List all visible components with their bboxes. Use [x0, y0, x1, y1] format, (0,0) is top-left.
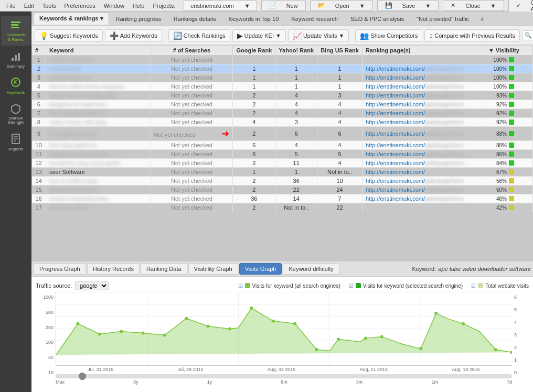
- add-icon: ➕: [110, 31, 119, 40]
- compare-prev-button[interactable]: ↕ Compare with Previous Results: [424, 29, 519, 42]
- header-bing-rank[interactable]: Bing US Rank: [317, 46, 363, 56]
- tab-visits-graph[interactable]: Visits Graph: [239, 263, 282, 275]
- x-label-aug04: Aug, 04 2015: [268, 367, 296, 372]
- header-ranking-pages[interactable]: Ranking page(s): [362, 46, 485, 56]
- traffic-source: Traffic source: google: [36, 281, 109, 290]
- tab-progress-graph[interactable]: Progress Graph: [34, 263, 86, 275]
- cell-bing-rank: 1: [317, 64, 363, 73]
- legend-dot-2: [356, 283, 361, 288]
- save-button[interactable]: 💾 Save ▼: [377, 0, 439, 11]
- header-visibility[interactable]: ▼ Visibility: [485, 46, 532, 56]
- svg-point-32: [250, 307, 253, 310]
- table-row[interactable]: 8make money with blogNot yet checked434h…: [32, 118, 533, 127]
- tab-keywords-rankings[interactable]: Keywords & rankings ▾: [34, 13, 109, 25]
- y-label-250: 250: [46, 325, 54, 330]
- svg-point-27: [141, 331, 144, 334]
- tab-history-records[interactable]: History Records: [87, 263, 140, 275]
- tab-keyword-difficulty[interactable]: Keyword difficulty: [283, 263, 339, 275]
- show-competitors-button[interactable]: 👥 Show Competitors: [355, 29, 422, 42]
- tab-ranking-data[interactable]: Ranking Data: [141, 263, 187, 275]
- table-row[interactable]: 3enstinemuki.comNot yet checked111http:/…: [32, 73, 533, 82]
- cell-keyword: make money blogging tips: [46, 91, 151, 100]
- open-button[interactable]: 📂 Open ▼: [310, 0, 373, 11]
- tab-visibility-graph[interactable]: Visibility Graph: [188, 263, 238, 275]
- tab-keywords-top10[interactable]: Keywords in Top 10: [222, 13, 284, 25]
- table-row[interactable]: 2enstinemukiNot yet checked111http://ens…: [32, 64, 533, 73]
- table-row[interactable]: 11blogging income reportNot yet checked6…: [32, 150, 533, 159]
- svg-point-29: [185, 317, 188, 320]
- range-track[interactable]: [56, 374, 512, 378]
- cell-google-rank: 2: [233, 177, 275, 186]
- table-row[interactable]: 16content marketing blogNot yet checked3…: [32, 194, 533, 203]
- tab-rankings-details[interactable]: Rankings details: [168, 13, 222, 25]
- table-row[interactable]: 15blogging strategiesNot yet checked2222…: [32, 186, 533, 194]
- tab-not-provided[interactable]: "Not provided" traffic: [411, 13, 475, 25]
- cell-bing-rank: 4: [317, 141, 363, 150]
- yr-5: 5: [514, 307, 529, 312]
- range-thumb[interactable]: [79, 373, 86, 380]
- menu-window[interactable]: Window: [100, 2, 129, 10]
- svg-point-37: [364, 336, 367, 340]
- legend-total-visits: ☑ Total website visits: [471, 283, 529, 289]
- header-google-rank[interactable]: Google Rank: [233, 46, 275, 56]
- svg-rect-3: [12, 58, 14, 61]
- cell-keyword: ape tube video: [46, 203, 151, 212]
- update-kei-button[interactable]: ▶ Update KEI ▼: [232, 29, 286, 42]
- table-row[interactable]: 14how to build a blogNot yet checked2361…: [32, 177, 533, 186]
- cell-visibility: 42%: [485, 203, 532, 212]
- yr-4: 4: [514, 320, 529, 325]
- sidebar-item-keywords-ranks[interactable]: Keywords& Ranks: [1, 16, 30, 46]
- cell-google-rank: 2: [233, 91, 275, 100]
- menu-tools[interactable]: Tools: [38, 2, 60, 10]
- svg-point-30: [207, 325, 210, 328]
- table-row[interactable]: 7best blogging platformNot yet checked24…: [32, 109, 533, 118]
- update-visits-button[interactable]: 📈 Update Visits ▼: [288, 29, 349, 42]
- table-row[interactable]: 10free blog platformsNot yet checked644h…: [32, 141, 533, 150]
- cell-yahoo-rank: 6: [275, 127, 317, 141]
- tab-seo-ppc[interactable]: SEO & PPC analysis: [345, 13, 410, 25]
- close-button[interactable]: ✕ Close ▼: [443, 0, 504, 11]
- table-row[interactable]: 9w blogging tutorialNot yet checked➜266h…: [32, 127, 533, 141]
- save-icon: 💾: [381, 1, 397, 10]
- header-searches[interactable]: # of Searches: [151, 46, 233, 56]
- table-row[interactable]: 6blogging for beginnersNot yet checked24…: [32, 100, 533, 109]
- cell-num: 10: [32, 141, 46, 150]
- cell-num: 5: [32, 91, 46, 100]
- menu-file[interactable]: File: [2, 2, 20, 10]
- cell-yahoo-rank: 4: [275, 141, 317, 150]
- sidebar-item-summary[interactable]: Summary: [1, 47, 30, 72]
- table-row[interactable]: 5make money blogging tipsNot yet checked…: [32, 91, 533, 100]
- table-row[interactable]: 17ape tube videoNot yet checked2Not in t…: [32, 203, 533, 212]
- legend-label-3: Total website visits: [485, 283, 529, 289]
- table-row[interactable]: 13user SoftwareNot yet checked11Not in t…: [32, 168, 533, 177]
- header-keyword[interactable]: Keyword: [46, 46, 151, 56]
- chart-svg-container[interactable]: Jul, 21 2015 Jul, 28 2015 Aug, 04 2015 A…: [56, 292, 512, 388]
- y-label-10: 10: [48, 370, 54, 375]
- tab-add-button[interactable]: +: [476, 14, 488, 24]
- svg-point-33: [272, 320, 275, 323]
- tab-keyword-research[interactable]: Keyword research: [285, 13, 344, 25]
- sidebar-item-domain-strength[interactable]: DomainStrength: [1, 99, 30, 129]
- chart-area: Traffic source: google ☑ Visits for keyw…: [31, 277, 533, 392]
- project-dropdown[interactable]: enstinemuki.com ▼: [184, 1, 257, 11]
- traffic-source-select[interactable]: google: [75, 281, 109, 290]
- table-wrap[interactable]: # Keyword # of Searches Google Rank Yaho…: [31, 45, 533, 261]
- menu-edit[interactable]: Edit: [20, 2, 38, 10]
- tab-ranking-progress[interactable]: Ranking progress: [110, 13, 167, 25]
- menu-help[interactable]: Help: [129, 2, 149, 10]
- new-button[interactable]: 📄 New: [261, 0, 306, 11]
- suggest-keywords-button[interactable]: 💡 Suggest Keywords: [35, 29, 103, 42]
- range-6m: 6m: [281, 379, 287, 385]
- sidebar-item-keywords[interactable]: K Keywords: [1, 73, 30, 98]
- table-row[interactable]: 12wordpress blog setup guideNot yet chec…: [32, 159, 533, 168]
- cell-searches: Not yet checked: [151, 177, 233, 186]
- table-row[interactable]: 1enstinemuki blogNot yet checked100%: [32, 56, 533, 64]
- check-rankings-button[interactable]: 🔄 Check Rankings: [168, 29, 230, 42]
- header-yahoo-rank[interactable]: Yahoo! Rank: [275, 46, 317, 56]
- sidebar-item-reports[interactable]: Reports: [1, 129, 30, 155]
- table-row[interactable]: 4how to make money bloggingNot yet check…: [32, 82, 533, 91]
- cell-yahoo-rank: 11: [275, 159, 317, 168]
- cell-visibility: 67%: [485, 168, 532, 177]
- menu-preferences[interactable]: Preferences: [60, 2, 99, 10]
- add-keywords-button[interactable]: ➕ Add Keywords: [105, 29, 162, 42]
